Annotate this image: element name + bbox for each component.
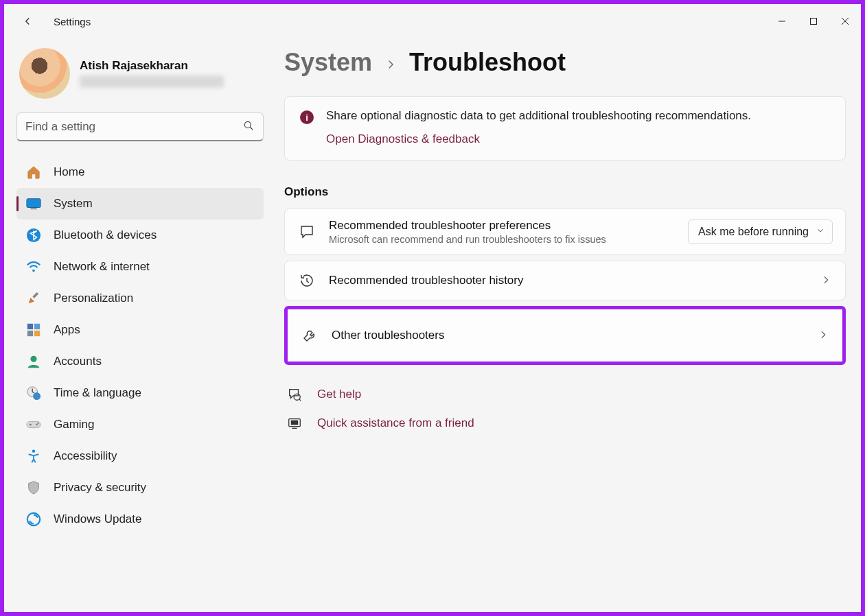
card-subtitle: Microsoft can recommend and run troubles…: [329, 234, 676, 245]
sidebar-item-bluetooth[interactable]: Bluetooth & devices: [16, 220, 264, 251]
svg-point-15: [30, 356, 36, 362]
apps-icon: [26, 322, 41, 337]
preferences-dropdown[interactable]: Ask me before running: [688, 220, 833, 244]
accessibility-icon: [26, 449, 41, 464]
chat-icon: [297, 222, 316, 241]
sidebar-item-label: Home: [54, 165, 84, 179]
nav-list: Home System Bluetooth & devices Network …: [16, 156, 264, 535]
sidebar-item-privacy[interactable]: Privacy & security: [16, 472, 264, 504]
sidebar-item-system[interactable]: System: [16, 188, 264, 220]
svg-point-21: [37, 423, 38, 424]
svg-point-23: [27, 513, 40, 525]
dropdown-value: Ask me before running: [698, 226, 809, 237]
sidebar-item-label: Accounts: [54, 355, 102, 368]
system-icon: [26, 196, 41, 211]
sidebar-item-label: Time & language: [54, 386, 141, 400]
footer-links: Get help Quick assistance from a friend: [284, 380, 846, 438]
minimize-button[interactable]: [766, 10, 798, 32]
info-icon: i: [300, 110, 314, 124]
search-box[interactable]: [16, 112, 264, 141]
sidebar-item-label: Windows Update: [54, 512, 142, 526]
sidebar-item-label: Apps: [54, 323, 80, 337]
link-label: Quick assistance from a friend: [317, 416, 474, 430]
sidebar-item-accessibility[interactable]: Accessibility: [16, 440, 264, 472]
card-other-troubleshooters[interactable]: Other troubleshooters: [284, 306, 846, 365]
chevron-down-icon: [816, 226, 825, 238]
home-icon: [26, 165, 41, 180]
svg-point-20: [36, 424, 38, 426]
clock-globe-icon: [26, 386, 41, 401]
titlebar: Settings: [4, 4, 861, 38]
card-title: Other troubleshooters: [332, 329, 805, 342]
svg-point-4: [244, 121, 251, 128]
maximize-button[interactable]: [798, 10, 829, 32]
chevron-right-icon: [818, 329, 830, 342]
sidebar-item-network[interactable]: Network & internet: [16, 251, 264, 283]
history-icon: [297, 271, 316, 290]
svg-rect-6: [27, 199, 41, 208]
sidebar-item-label: Network & internet: [54, 260, 150, 274]
sidebar-item-label: Gaming: [54, 418, 95, 431]
app-title: Settings: [54, 16, 91, 27]
person-icon: [26, 354, 41, 369]
svg-rect-7: [30, 208, 36, 209]
profile[interactable]: Atish Rajasekharan: [16, 48, 264, 99]
options-header: Options: [284, 185, 846, 199]
card-title: Recommended troubleshooter preferences: [329, 219, 676, 233]
svg-rect-10: [32, 292, 38, 298]
gamepad-icon: [26, 417, 41, 432]
sidebar-item-label: Privacy & security: [54, 481, 146, 495]
card-troubleshooter-history[interactable]: Recommended troubleshooter history: [284, 261, 846, 300]
chevron-right-icon: [384, 58, 397, 73]
svg-rect-1: [811, 19, 817, 25]
sidebar-item-home[interactable]: Home: [16, 156, 264, 188]
sidebar-item-personalization[interactable]: Personalization: [16, 283, 264, 314]
sidebar-item-label: Bluetooth & devices: [54, 228, 157, 242]
svg-rect-27: [291, 420, 297, 425]
profile-name: Atish Rajasekharan: [80, 59, 224, 73]
card-title: Recommended troubleshooter history: [329, 274, 808, 287]
svg-point-9: [32, 270, 35, 272]
brush-icon: [26, 291, 41, 306]
remote-assist-icon: [287, 416, 302, 431]
card-troubleshooter-preferences[interactable]: Recommended troubleshooter preferences M…: [284, 209, 846, 255]
breadcrumb: System Troubleshoot: [284, 48, 846, 77]
bluetooth-icon: [26, 228, 41, 243]
wifi-icon: [26, 259, 41, 274]
sidebar-item-windows-update[interactable]: Windows Update: [16, 504, 264, 535]
sidebar-item-time-language[interactable]: Time & language: [16, 377, 264, 409]
sidebar-item-apps[interactable]: Apps: [16, 314, 264, 346]
sidebar-item-label: Accessibility: [54, 449, 117, 463]
back-button[interactable]: [14, 8, 41, 35]
search-icon: [242, 119, 255, 134]
sidebar-item-label: Personalization: [54, 292, 133, 305]
search-input[interactable]: [25, 120, 235, 134]
sidebar-item-label: System: [54, 197, 93, 211]
profile-email-blurred: [80, 75, 224, 88]
shield-icon: [26, 480, 41, 495]
banner-text: Share optional diagnostic data to get ad…: [326, 109, 830, 123]
svg-rect-18: [27, 421, 41, 427]
diagnostic-banner: i Share optional diagnostic data to get …: [284, 96, 846, 161]
breadcrumb-parent[interactable]: System: [284, 48, 372, 77]
close-button[interactable]: [829, 10, 861, 32]
svg-rect-11: [27, 324, 33, 329]
svg-point-22: [32, 449, 35, 452]
sidebar-item-accounts[interactable]: Accounts: [16, 346, 264, 377]
link-label: Get help: [317, 388, 361, 401]
svg-rect-13: [27, 331, 33, 336]
open-diagnostics-link[interactable]: Open Diagnostics & feedback: [326, 132, 830, 146]
help-icon: [287, 387, 302, 402]
sidebar-item-gaming[interactable]: Gaming: [16, 409, 264, 440]
window-controls: [766, 10, 861, 32]
quick-assistance-link[interactable]: Quick assistance from a friend: [284, 409, 846, 438]
content-area: System Troubleshoot i Share optional dia…: [284, 48, 846, 438]
svg-line-5: [250, 127, 253, 130]
update-icon: [26, 512, 41, 527]
sidebar: Atish Rajasekharan Home System Bluetooth…: [16, 48, 264, 535]
svg-rect-14: [34, 331, 40, 336]
breadcrumb-current: Troubleshoot: [409, 48, 566, 77]
avatar: [19, 48, 70, 99]
get-help-link[interactable]: Get help: [284, 380, 846, 409]
chevron-right-icon: [820, 274, 833, 287]
